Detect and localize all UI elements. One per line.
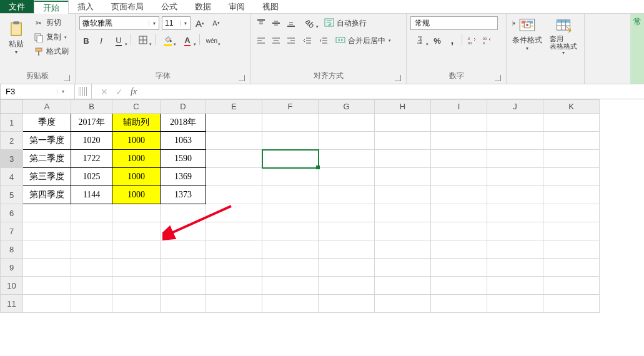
worksheet-grid[interactable]: ABCDEFGHIJK1季度2017年辅助列2018年2第一季度10201000… bbox=[0, 99, 644, 356]
italic-button[interactable]: I bbox=[94, 34, 108, 47]
cell[interactable] bbox=[431, 132, 487, 150]
cell[interactable] bbox=[262, 150, 319, 168]
cell[interactable]: 1020 bbox=[71, 132, 112, 150]
confirm-button[interactable]: ✓ bbox=[112, 87, 127, 97]
orientation-button[interactable]: ab▾ bbox=[300, 16, 319, 30]
cell[interactable] bbox=[71, 295, 112, 313]
column-header[interactable]: I bbox=[431, 100, 487, 114]
cell[interactable] bbox=[71, 240, 112, 259]
column-header[interactable]: A bbox=[23, 100, 71, 114]
merge-center-button[interactable]: 合并后居中 ▾ bbox=[333, 34, 394, 47]
cell[interactable]: 1025 bbox=[71, 168, 112, 186]
tab-layout[interactable]: 页面布局 bbox=[102, 0, 152, 13]
cell[interactable]: 季度 bbox=[23, 114, 71, 132]
comma-button[interactable]: , bbox=[445, 34, 459, 47]
cell[interactable] bbox=[431, 240, 487, 259]
cell[interactable] bbox=[543, 240, 600, 259]
cell[interactable] bbox=[262, 114, 319, 132]
decrease-font-button[interactable]: A▾ bbox=[209, 16, 223, 30]
cell[interactable] bbox=[206, 150, 262, 168]
bold-button[interactable]: B bbox=[79, 34, 93, 47]
dialog-launcher[interactable] bbox=[239, 75, 245, 81]
cell[interactable]: 第二季度 bbox=[23, 150, 71, 168]
cell[interactable]: 1722 bbox=[71, 150, 112, 168]
cell[interactable] bbox=[71, 222, 112, 240]
cell[interactable] bbox=[487, 186, 543, 204]
cell[interactable] bbox=[319, 277, 375, 295]
cell[interactable] bbox=[161, 222, 206, 240]
file-menu[interactable]: 文件 bbox=[0, 0, 34, 13]
cell[interactable]: 1000 bbox=[112, 186, 161, 204]
cell[interactable] bbox=[319, 222, 375, 240]
cell[interactable] bbox=[206, 114, 262, 132]
cell[interactable] bbox=[319, 150, 375, 168]
cell[interactable] bbox=[319, 168, 375, 186]
row-header[interactable]: 8 bbox=[1, 240, 23, 259]
cell[interactable] bbox=[23, 295, 71, 313]
phonetic-button[interactable]: wén▾ bbox=[202, 34, 221, 47]
cell[interactable]: 辅助列 bbox=[112, 114, 161, 132]
row-header[interactable]: 10 bbox=[1, 277, 23, 295]
cell[interactable] bbox=[431, 150, 487, 168]
cell[interactable] bbox=[375, 168, 431, 186]
increase-decimal-button[interactable]: .0.00 bbox=[465, 34, 478, 47]
dropdown-arrow-icon[interactable]: ▾ bbox=[149, 21, 159, 26]
cell[interactable] bbox=[431, 114, 487, 132]
percent-button[interactable]: % bbox=[430, 34, 444, 47]
cell[interactable] bbox=[23, 259, 71, 277]
align-center-button[interactable] bbox=[269, 34, 283, 47]
cell[interactable] bbox=[543, 186, 600, 204]
cell[interactable] bbox=[487, 132, 543, 150]
cell[interactable] bbox=[543, 204, 600, 222]
column-header[interactable]: F bbox=[262, 100, 319, 114]
row-header[interactable]: 1 bbox=[1, 114, 23, 132]
cell[interactable] bbox=[431, 222, 487, 240]
font-size-input[interactable] bbox=[162, 19, 180, 27]
cell[interactable] bbox=[543, 222, 600, 240]
row-header[interactable]: 11 bbox=[1, 295, 23, 313]
tab-data[interactable]: 数据 bbox=[186, 0, 220, 13]
row-header[interactable]: 2 bbox=[1, 132, 23, 150]
cell[interactable] bbox=[262, 240, 319, 259]
cell[interactable] bbox=[431, 295, 487, 313]
cell[interactable]: 第三季度 bbox=[23, 168, 71, 186]
column-header[interactable]: E bbox=[206, 100, 262, 114]
tab-formulas[interactable]: 公式 bbox=[152, 0, 186, 13]
select-all-corner[interactable] bbox=[1, 100, 23, 114]
cell[interactable] bbox=[23, 204, 71, 222]
cell[interactable] bbox=[161, 204, 206, 222]
cell[interactable] bbox=[112, 240, 161, 259]
increase-indent-button[interactable] bbox=[317, 34, 330, 47]
row-header[interactable]: 3 bbox=[1, 150, 23, 168]
cancel-button[interactable]: ✕ bbox=[97, 87, 112, 97]
cell[interactable] bbox=[487, 204, 543, 222]
fx-icon[interactable]: fx bbox=[131, 87, 137, 97]
cell[interactable] bbox=[206, 222, 262, 240]
cell[interactable] bbox=[206, 259, 262, 277]
copy-button[interactable]: 复制 ▾ bbox=[31, 31, 71, 44]
column-header[interactable]: B bbox=[71, 100, 112, 114]
name-box-input[interactable] bbox=[1, 87, 57, 96]
cell[interactable] bbox=[487, 168, 543, 186]
cell[interactable] bbox=[375, 186, 431, 204]
cell[interactable] bbox=[206, 186, 262, 204]
tab-review[interactable]: 审阅 bbox=[220, 0, 254, 13]
column-header[interactable]: K bbox=[543, 100, 600, 114]
paste-button[interactable]: 粘贴 ▾ bbox=[4, 20, 29, 55]
cell[interactable] bbox=[375, 204, 431, 222]
cell[interactable] bbox=[543, 150, 600, 168]
row-header[interactable]: 6 bbox=[1, 204, 23, 222]
cell[interactable] bbox=[487, 259, 543, 277]
cell[interactable] bbox=[262, 277, 319, 295]
column-header[interactable]: D bbox=[161, 100, 206, 114]
borders-button[interactable]: ▾ bbox=[134, 34, 152, 47]
tab-insert[interactable]: 插入 bbox=[69, 0, 102, 13]
cell[interactable] bbox=[319, 132, 375, 150]
font-color-button[interactable]: A▾ bbox=[178, 34, 197, 47]
cell[interactable] bbox=[431, 168, 487, 186]
cell[interactable] bbox=[23, 277, 71, 295]
cell[interactable] bbox=[543, 259, 600, 277]
cell[interactable] bbox=[543, 168, 600, 186]
align-left-button[interactable] bbox=[254, 34, 268, 47]
cell[interactable] bbox=[262, 204, 319, 222]
